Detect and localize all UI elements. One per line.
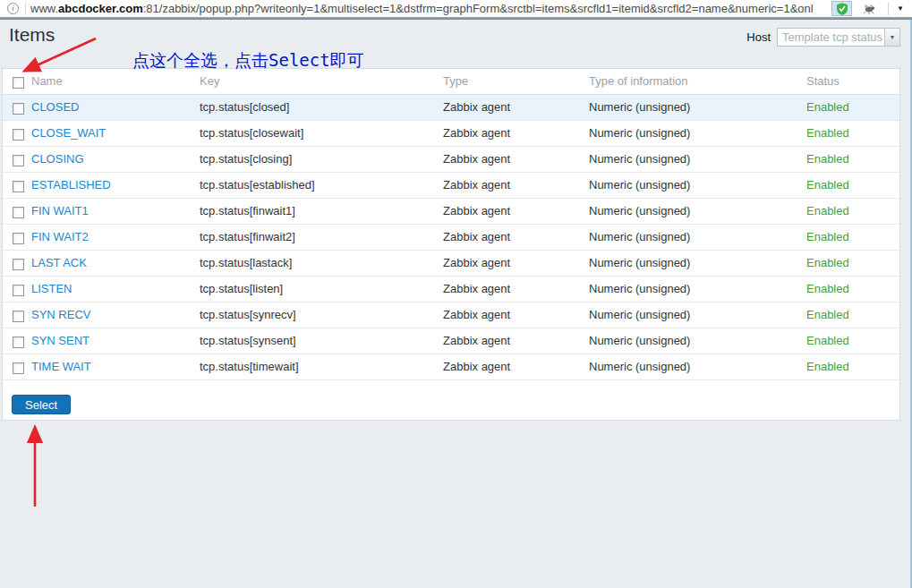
item-info: Numeric (unsigned) bbox=[587, 302, 805, 328]
row-checkbox[interactable] bbox=[13, 337, 24, 348]
row-checkbox[interactable] bbox=[13, 103, 24, 115]
item-name-link[interactable]: FIN WAIT1 bbox=[31, 204, 89, 217]
item-key: tcp.status[listen] bbox=[198, 276, 441, 302]
row-checkbox[interactable] bbox=[13, 362, 24, 374]
table-row: LAST ACK tcp.status[lastack] Zabbix agen… bbox=[3, 250, 899, 276]
item-key: tcp.status[timewait] bbox=[198, 354, 441, 379]
item-info: Numeric (unsigned) bbox=[587, 276, 805, 302]
item-type: Zabbix agent bbox=[441, 198, 587, 224]
address-bar-actions: ▼ bbox=[831, 0, 912, 17]
item-name-link[interactable]: LAST ACK bbox=[31, 256, 87, 269]
host-select[interactable]: Template tcp status ▼ bbox=[777, 28, 900, 47]
url-prefix: www. bbox=[30, 2, 58, 15]
item-info: Numeric (unsigned) bbox=[587, 250, 805, 276]
row-checkbox[interactable] bbox=[13, 181, 24, 192]
item-type: Zabbix agent bbox=[441, 224, 587, 250]
address-bar-divider bbox=[25, 3, 26, 14]
page-info-icon[interactable]: i bbox=[7, 3, 19, 14]
item-key: tcp.status[lastack] bbox=[198, 250, 441, 276]
item-info: Numeric (unsigned) bbox=[587, 120, 805, 146]
item-name-link[interactable]: SYN SENT bbox=[31, 334, 89, 347]
column-header-status: Status bbox=[805, 69, 899, 94]
item-name-link[interactable]: CLOSING bbox=[31, 152, 84, 166]
item-key: tcp.status[synrecv] bbox=[198, 302, 441, 328]
row-checkbox[interactable] bbox=[13, 311, 24, 322]
item-info: Numeric (unsigned) bbox=[587, 198, 805, 224]
items-panel: Name Key Type Type of information Status… bbox=[2, 68, 900, 421]
column-header-key: Key bbox=[198, 69, 441, 94]
window-divider bbox=[0, 17, 912, 20]
row-checkbox[interactable] bbox=[13, 207, 24, 218]
item-type: Zabbix agent bbox=[441, 250, 587, 276]
status-badge: Enabled bbox=[806, 230, 849, 243]
item-key: tcp.status[closed] bbox=[198, 94, 441, 120]
item-name-link[interactable]: SYN RECV bbox=[31, 308, 90, 321]
item-type: Zabbix agent bbox=[441, 172, 587, 198]
status-badge: Enabled bbox=[806, 308, 849, 321]
row-checkbox[interactable] bbox=[13, 155, 24, 166]
row-checkbox[interactable] bbox=[13, 129, 24, 141]
item-name-link[interactable]: ESTABLISHED bbox=[31, 178, 111, 192]
status-badge: Enabled bbox=[806, 334, 849, 347]
host-select-value: Template tcp status bbox=[778, 29, 884, 46]
item-type: Zabbix agent bbox=[441, 276, 587, 302]
item-name-link[interactable]: LISTEN bbox=[31, 282, 72, 295]
status-badge: Enabled bbox=[806, 152, 849, 166]
item-name-link[interactable]: CLOSE_WAIT bbox=[31, 126, 106, 140]
status-badge: Enabled bbox=[806, 282, 849, 295]
item-name-link[interactable]: FIN WAIT2 bbox=[31, 230, 89, 243]
item-name-link[interactable]: TIME WAIT bbox=[31, 360, 91, 373]
status-badge: Enabled bbox=[806, 100, 849, 114]
item-name-link[interactable]: CLOSED bbox=[31, 100, 79, 114]
host-select-caret-icon[interactable]: ▼ bbox=[884, 29, 899, 46]
annotation-note: 点这个全选，点击Select即可 bbox=[132, 49, 364, 72]
item-key: tcp.status[established] bbox=[198, 172, 441, 198]
item-type: Zabbix agent bbox=[441, 328, 587, 354]
address-dropdown-caret-icon[interactable]: ▼ bbox=[892, 4, 912, 13]
item-type: Zabbix agent bbox=[441, 120, 587, 146]
item-key: tcp.status[closewait] bbox=[198, 120, 441, 146]
status-badge: Enabled bbox=[806, 204, 849, 217]
table-row: TIME WAIT tcp.status[timewait] Zabbix ag… bbox=[3, 354, 899, 379]
table-row: FIN WAIT2 tcp.status[finwait2] Zabbix ag… bbox=[3, 224, 899, 250]
select-button[interactable]: Select bbox=[12, 395, 71, 414]
item-info: Numeric (unsigned) bbox=[587, 354, 805, 379]
item-type: Zabbix agent bbox=[441, 146, 587, 172]
status-badge: Enabled bbox=[806, 178, 849, 192]
item-type: Zabbix agent bbox=[441, 354, 587, 379]
item-info: Numeric (unsigned) bbox=[587, 224, 805, 250]
column-header-name: Name bbox=[30, 69, 198, 94]
status-badge: Enabled bbox=[806, 126, 849, 140]
status-badge: Enabled bbox=[806, 256, 849, 269]
select-all-checkbox[interactable] bbox=[13, 77, 24, 89]
host-control: Host Template tcp status ▼ bbox=[746, 28, 900, 47]
table-row: ESTABLISHED tcp.status[established] Zabb… bbox=[3, 172, 899, 198]
fly-icon[interactable] bbox=[859, 2, 879, 16]
item-info: Numeric (unsigned) bbox=[587, 146, 805, 172]
table-row: LISTEN tcp.status[listen] Zabbix agent N… bbox=[3, 276, 899, 302]
row-checkbox[interactable] bbox=[13, 233, 24, 244]
item-key: tcp.status[finwait2] bbox=[198, 224, 441, 250]
items-table: Name Key Type Type of information Status… bbox=[3, 69, 899, 380]
shield-check-icon bbox=[837, 3, 848, 15]
item-key: tcp.status[finwait1] bbox=[198, 198, 441, 224]
item-key: tcp.status[closing] bbox=[198, 146, 441, 172]
item-info: Numeric (unsigned) bbox=[587, 172, 805, 198]
table-row: CLOSING tcp.status[closing] Zabbix agent… bbox=[3, 146, 899, 172]
page-title: Items bbox=[9, 24, 55, 46]
row-checkbox[interactable] bbox=[13, 285, 24, 296]
table-row: CLOSE_WAIT tcp.status[closewait] Zabbix … bbox=[3, 120, 899, 146]
item-key: tcp.status[synsent] bbox=[198, 328, 441, 354]
url-text[interactable]: www.abcdocker.com:81/zabbix/popup.php?wr… bbox=[30, 2, 814, 15]
security-shield-button[interactable] bbox=[831, 1, 852, 16]
table-row: CLOSED tcp.status[closed] Zabbix agent N… bbox=[3, 94, 899, 120]
table-row: FIN WAIT1 tcp.status[finwait1] Zabbix ag… bbox=[3, 198, 899, 224]
url-path: :81/zabbix/popup.php?writeonly=1&multise… bbox=[143, 2, 814, 15]
item-type: Zabbix agent bbox=[441, 302, 587, 328]
item-type: Zabbix agent bbox=[441, 94, 587, 120]
address-bar-divider bbox=[888, 3, 889, 15]
item-info: Numeric (unsigned) bbox=[587, 94, 805, 120]
table-row: SYN RECV tcp.status[synrecv] Zabbix agen… bbox=[3, 302, 899, 328]
url-domain: abcdocker.com bbox=[58, 2, 143, 15]
row-checkbox[interactable] bbox=[13, 259, 24, 270]
